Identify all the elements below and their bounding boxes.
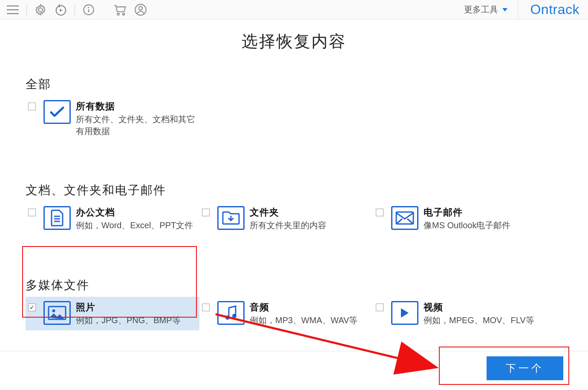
page-title: 选择恢复内容	[0, 31, 588, 52]
checkbox-photos[interactable]	[28, 304, 36, 311]
section-title-docs: 文档、文件夹和电子邮件	[26, 182, 562, 198]
svg-point-6	[139, 6, 142, 10]
svg-point-2	[88, 7, 89, 8]
option-title: 照片	[76, 301, 181, 314]
picture-icon	[48, 306, 66, 320]
document-icon	[50, 209, 64, 227]
replay-icon	[55, 3, 67, 16]
option-title: 办公文档	[76, 206, 193, 219]
option-title: 视频	[424, 301, 534, 314]
toolbar-separator	[75, 4, 75, 15]
folder-download-icon	[222, 210, 240, 226]
checkbox-emails[interactable]	[376, 209, 383, 216]
top-toolbar: 更多工具 Ontrack	[0, 0, 588, 20]
option-office-docs[interactable]: 办公文档 例如，Word、Excel、PPT文件	[26, 202, 199, 235]
svg-point-9	[52, 310, 55, 313]
next-button[interactable]: 下一个	[487, 356, 563, 380]
resume-button[interactable]	[52, 2, 69, 17]
envelope-icon	[395, 211, 414, 225]
chevron-down-icon	[502, 8, 507, 11]
option-desc: 所有文件、文件夹、文档和其它有用数据	[76, 113, 195, 137]
option-title: 电子邮件	[424, 206, 510, 219]
cart-button[interactable]	[112, 2, 129, 17]
emails-icon	[391, 206, 418, 230]
all-data-icon	[43, 100, 71, 124]
option-audio[interactable]: 音频 例如，MP3、WMA、WAV等	[199, 297, 373, 330]
account-button[interactable]	[132, 2, 149, 17]
video-icon	[391, 301, 418, 325]
checkbox-office[interactable]	[28, 209, 36, 216]
audio-icon	[217, 301, 245, 325]
checkmark-icon	[49, 106, 65, 118]
checkbox-folders[interactable]	[202, 209, 210, 216]
option-folders[interactable]: 文件夹 所有文件夹里的内容	[199, 202, 373, 235]
option-all-data[interactable]: 所有数据 所有文件、文件夹、文档和其它有用数据	[26, 96, 199, 141]
folders-icon	[217, 206, 245, 230]
option-desc: 例如，JPG、PNG、BMP等	[76, 314, 181, 326]
info-button[interactable]	[80, 2, 97, 17]
photos-icon	[43, 301, 71, 325]
more-tools-label: 更多工具	[464, 4, 498, 15]
option-title: 音频	[250, 301, 357, 314]
option-desc: 例如，MP3、WMA、WAV等	[250, 314, 357, 326]
section-title-media: 多媒体文件	[26, 277, 562, 293]
svg-point-4	[123, 13, 125, 15]
info-icon	[83, 4, 95, 16]
option-desc: 例如，Word、Excel、PPT文件	[76, 219, 193, 231]
hamburger-icon	[7, 5, 19, 14]
option-photos[interactable]: 照片 例如，JPG、PNG、BMP等	[26, 297, 199, 330]
more-tools-dropdown[interactable]: 更多工具	[454, 4, 518, 15]
office-docs-icon	[43, 206, 71, 230]
checkbox-video[interactable]	[376, 304, 383, 311]
checkbox-audio[interactable]	[202, 304, 210, 311]
music-note-icon	[224, 305, 238, 321]
gear-icon	[35, 4, 46, 16]
option-desc: 所有文件夹里的内容	[250, 219, 326, 231]
checkbox-all-data[interactable]	[28, 103, 36, 110]
option-video[interactable]: 视频 例如，MPEG、MOV、FLV等	[373, 297, 547, 330]
option-desc: 像MS Outlook电子邮件	[424, 219, 510, 231]
play-icon	[400, 307, 410, 318]
next-button-label: 下一个	[506, 361, 544, 375]
svg-point-10	[225, 315, 230, 320]
brand-logo: Ontrack	[518, 0, 579, 20]
option-title: 所有数据	[76, 100, 195, 113]
toolbar-separator	[26, 4, 27, 15]
svg-point-11	[232, 314, 236, 318]
cart-icon	[113, 3, 127, 16]
settings-button[interactable]	[32, 2, 49, 17]
user-icon	[135, 4, 147, 16]
option-title: 文件夹	[250, 206, 326, 219]
option-desc: 例如，MPEG、MOV、FLV等	[424, 314, 534, 326]
toolbar-left-group	[4, 2, 149, 17]
svg-point-3	[117, 13, 119, 15]
section-title-all: 全部	[26, 76, 562, 92]
option-emails[interactable]: 电子邮件 像MS Outlook电子邮件	[373, 202, 547, 235]
menu-button[interactable]	[4, 2, 21, 17]
